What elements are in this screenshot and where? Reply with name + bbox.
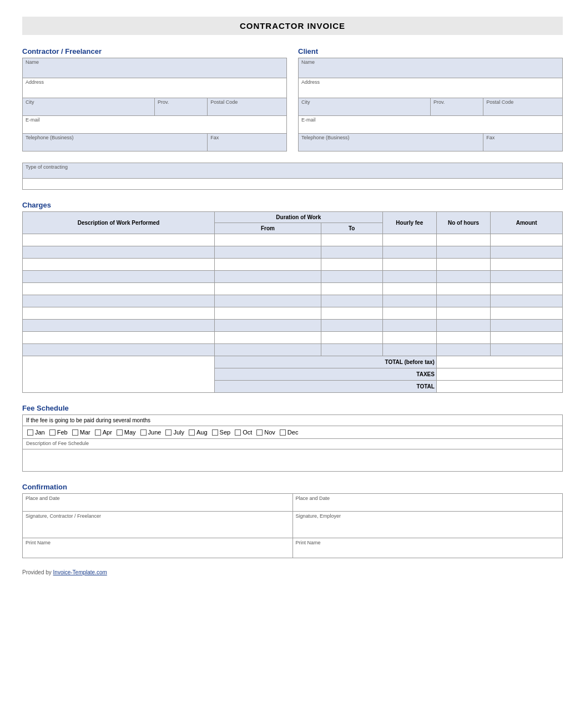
month-checkbox[interactable] (140, 429, 147, 436)
month-checkbox[interactable] (95, 429, 101, 436)
month-checkbox[interactable] (256, 429, 263, 436)
month-checkbox-item[interactable]: July (165, 429, 184, 436)
month-label: June (148, 429, 162, 436)
print-name-right-label: Print Name (296, 540, 560, 545)
fee-schedule-heading: Fee Schedule (22, 404, 563, 412)
month-label: Apr (103, 429, 112, 436)
table-row[interactable] (23, 259, 563, 271)
month-label: Feb (57, 429, 68, 436)
conf-place-date-left-label: Place and Date (26, 496, 290, 501)
sig-employer-label: Signature, Employer (296, 513, 560, 519)
client-fax-label: Fax (486, 135, 559, 140)
month-checkbox-item[interactable]: Oct (235, 429, 252, 436)
fee-description-label: Description of Fee Schedule (26, 441, 559, 446)
col-from: From (214, 223, 321, 234)
month-checkbox[interactable] (280, 429, 286, 436)
contractor-fax-label: Fax (210, 135, 284, 140)
month-label: Aug (196, 429, 208, 436)
contractor-heading: Contractor / Freelancer (22, 47, 287, 55)
month-label: Sep (220, 429, 231, 436)
col-hourly: Hourly fee (382, 212, 436, 234)
contractor-name-label: Name (26, 59, 284, 65)
client-address-label: Address (301, 79, 559, 85)
table-row[interactable] (23, 344, 563, 356)
footer: Provided by Invoice-Template.com (22, 569, 563, 575)
table-row[interactable] (23, 332, 563, 344)
month-checkbox-item[interactable]: Jan (27, 429, 45, 436)
contractor-city-label: City (26, 99, 152, 105)
month-checkbox-item[interactable]: May (117, 429, 136, 436)
month-label: July (173, 429, 184, 436)
client-tel-label: Telephone (Business) (301, 135, 480, 140)
month-checkbox[interactable] (27, 429, 33, 436)
month-label: Mar (80, 429, 90, 436)
fee-note: If the fee is going to be paid during se… (26, 417, 150, 423)
conf-place-date-right-label: Place and Date (296, 496, 560, 501)
month-checkbox-item[interactable]: Dec (280, 429, 299, 436)
col-to: To (321, 223, 382, 234)
client-postal-label: Postal Code (486, 99, 559, 105)
total-before-tax-row: TOTAL (before tax) (23, 356, 563, 368)
month-checkbox-item[interactable]: Feb (49, 429, 68, 436)
month-label: Jan (35, 429, 45, 436)
client-prov-label: Prov. (433, 99, 480, 105)
month-checkbox[interactable] (165, 429, 172, 436)
contractor-prov-label: Prov. (158, 99, 204, 105)
month-checkbox-item[interactable]: Sep (212, 429, 231, 436)
month-checkbox-item[interactable]: Apr (95, 429, 112, 436)
month-checkbox[interactable] (49, 429, 56, 436)
col-amount: Amount (491, 212, 563, 234)
print-name-left-label: Print Name (26, 540, 290, 545)
client-name-label: Name (301, 59, 559, 65)
month-label: Dec (288, 429, 299, 436)
month-checkbox-item[interactable]: Nov (256, 429, 275, 436)
table-row[interactable] (23, 295, 563, 307)
table-row[interactable] (23, 234, 563, 246)
month-checkbox-item[interactable]: Aug (189, 429, 208, 436)
sig-contractor-label: Signature, Contractor / Freelancer (26, 513, 290, 519)
month-checkbox[interactable] (72, 429, 78, 436)
table-row[interactable] (23, 307, 563, 320)
month-checkbox[interactable] (189, 429, 195, 436)
table-row[interactable] (23, 283, 563, 295)
client-heading: Client (298, 47, 563, 55)
client-city-label: City (301, 99, 427, 105)
contractor-postal-label: Postal Code (210, 99, 284, 105)
months-row: JanFebMarAprMayJuneJulyAugSepOctNovDec (27, 429, 558, 436)
table-row[interactable] (23, 320, 563, 332)
month-checkbox[interactable] (235, 429, 241, 436)
table-row[interactable] (23, 271, 563, 283)
contractor-email-label: E-mail (26, 117, 284, 123)
table-row[interactable] (23, 246, 563, 259)
confirmation-heading: Confirmation (22, 483, 563, 491)
page-title: CONTRACTOR INVOICE (22, 17, 563, 35)
month-label: May (124, 429, 136, 436)
client-email-label: E-mail (301, 117, 559, 123)
contractor-tel-label: Telephone (Business) (26, 135, 204, 140)
footer-link[interactable]: Invoice-Template.com (53, 569, 107, 575)
col-duration: Duration of Work (214, 212, 382, 223)
month-label: Oct (243, 429, 252, 436)
month-label: Nov (264, 429, 275, 436)
month-checkbox[interactable] (117, 429, 123, 436)
type-contracting-label: Type of contracting (26, 164, 559, 170)
month-checkbox-item[interactable]: June (140, 429, 162, 436)
month-checkbox-item[interactable]: Mar (72, 429, 90, 436)
col-hours: No of hours (436, 212, 490, 234)
charges-heading: Charges (22, 201, 563, 209)
col-description: Description of Work Performed (23, 212, 215, 234)
contractor-address-label: Address (26, 79, 284, 85)
month-checkbox[interactable] (212, 429, 218, 436)
